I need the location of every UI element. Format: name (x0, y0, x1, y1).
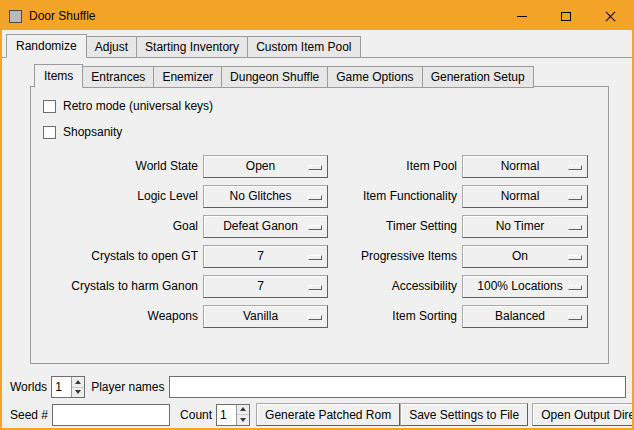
app-window: Door Shuffle Randomize Adjust Starting I… (0, 0, 634, 430)
item-sorting-dropdown[interactable]: Balanced (462, 305, 588, 328)
form-row: Crystals to harm Ganon 7 Accessibility 1… (31, 271, 608, 301)
menu-indicator-icon (308, 255, 322, 260)
world-state-label: World State (35, 159, 198, 173)
worlds-spinbox[interactable] (51, 376, 85, 398)
menu-indicator-icon (568, 285, 582, 290)
generate-patched-rom-button[interactable]: Generate Patched Rom (256, 403, 400, 426)
logic-level-dropdown[interactable]: No Glitches (203, 185, 328, 208)
timer-setting-dropdown[interactable]: No Timer (462, 215, 588, 238)
item-functionality-dropdown[interactable]: Normal (462, 185, 588, 208)
form-row: World State Open Item Pool Normal (31, 151, 608, 181)
inner-tab-bar: Items Entrances Enemizer Dungeon Shuffle… (2, 58, 632, 87)
settings-form: World State Open Item Pool Normal Logic … (31, 151, 608, 331)
worlds-spin-buttons (71, 377, 84, 397)
tab-items[interactable]: Items (34, 64, 83, 88)
app-icon (9, 10, 22, 23)
spinner-up-icon[interactable] (237, 405, 249, 416)
timer-setting-label: Timer Setting (333, 219, 457, 233)
menu-indicator-icon (568, 315, 582, 320)
dropdown-value: On (512, 249, 538, 263)
title-bar[interactable]: Door Shuffle (2, 2, 632, 30)
count-input[interactable] (217, 405, 236, 425)
spinner-up-icon[interactable] (72, 377, 84, 388)
menu-indicator-icon (568, 195, 582, 200)
menu-indicator-icon (308, 315, 322, 320)
open-output-directory-button[interactable]: Open Output Directory (532, 403, 634, 426)
worlds-input[interactable] (52, 377, 71, 397)
player-names-label: Player names (91, 380, 164, 394)
minimize-button[interactable] (500, 2, 544, 30)
worlds-label: Worlds (10, 380, 47, 394)
spinner-down-icon[interactable] (72, 388, 84, 398)
menu-indicator-icon (308, 165, 322, 170)
seed-input[interactable] (52, 404, 170, 426)
item-functionality-label: Item Functionality (333, 189, 457, 203)
dropdown-value: Normal (501, 159, 550, 173)
weapons-label: Weapons (35, 309, 198, 323)
shopsanity-row: Shopsanity (43, 125, 608, 139)
maximize-icon (561, 12, 571, 21)
form-row: Logic Level No Glitches Item Functionali… (31, 181, 608, 211)
tab-randomize[interactable]: Randomize (6, 34, 87, 58)
tab-game-options[interactable]: Game Options (327, 66, 422, 88)
retro-mode-checkbox[interactable] (43, 100, 56, 113)
crystals-ganon-dropdown[interactable]: 7 (203, 275, 328, 298)
dropdown-value: Open (246, 159, 285, 173)
form-row: Goal Defeat Ganon Timer Setting No Timer (31, 211, 608, 241)
seed-label: Seed # (10, 408, 48, 422)
item-pool-dropdown[interactable]: Normal (462, 155, 588, 178)
crystals-ganon-label: Crystals to harm Ganon (35, 279, 198, 293)
dropdown-value: No Glitches (229, 189, 301, 203)
crystals-gt-dropdown[interactable]: 7 (203, 245, 328, 268)
dropdown-value: 7 (257, 249, 274, 263)
window-controls (500, 2, 632, 30)
item-sorting-label: Item Sorting (333, 309, 457, 323)
accessibility-dropdown[interactable]: 100% Locations (462, 275, 588, 298)
menu-indicator-icon (308, 225, 322, 230)
tab-dungeon-shuffle[interactable]: Dungeon Shuffle (221, 66, 328, 88)
dropdown-value: Defeat Ganon (223, 219, 308, 233)
menu-indicator-icon (568, 165, 582, 170)
weapons-dropdown[interactable]: Vanilla (203, 305, 328, 328)
window-title: Door Shuffle (29, 9, 96, 23)
menu-indicator-icon (308, 195, 322, 200)
items-panel: Retro mode (universal keys) Shopsanity W… (30, 86, 609, 364)
retro-mode-label: Retro mode (universal keys) (63, 99, 213, 113)
world-state-dropdown[interactable]: Open (203, 155, 328, 178)
maximize-button[interactable] (544, 2, 588, 30)
tab-starting-inventory[interactable]: Starting Inventory (136, 36, 248, 58)
shopsanity-checkbox[interactable] (43, 126, 56, 139)
dropdown-value: 100% Locations (477, 279, 572, 293)
crystals-gt-label: Crystals to open GT (35, 249, 198, 263)
progressive-items-dropdown[interactable]: On (462, 245, 588, 268)
count-spin-buttons (236, 405, 249, 425)
form-row: Weapons Vanilla Item Sorting Balanced (31, 301, 608, 331)
tab-enemizer[interactable]: Enemizer (153, 66, 222, 88)
retro-mode-row: Retro mode (universal keys) (43, 99, 608, 113)
count-spinbox[interactable] (216, 404, 250, 426)
save-settings-button[interactable]: Save Settings to File (400, 403, 528, 426)
dropdown-value: Normal (501, 189, 550, 203)
tab-adjust[interactable]: Adjust (86, 36, 137, 58)
dropdown-value: Vanilla (243, 309, 288, 323)
spinner-down-icon[interactable] (237, 415, 249, 425)
goal-dropdown[interactable]: Defeat Ganon (203, 215, 328, 238)
menu-indicator-icon (568, 255, 582, 260)
menu-indicator-icon (308, 285, 322, 290)
accessibility-label: Accessibility (333, 279, 457, 293)
player-names-input[interactable] (169, 376, 627, 398)
outer-tab-bar: Randomize Adjust Starting Inventory Cust… (2, 30, 632, 58)
close-button[interactable] (588, 2, 632, 30)
tab-custom-item-pool[interactable]: Custom Item Pool (247, 36, 360, 58)
menu-indicator-icon (568, 225, 582, 230)
worlds-row: Worlds Player names (10, 376, 626, 398)
logic-level-label: Logic Level (35, 189, 198, 203)
shopsanity-label: Shopsanity (63, 125, 122, 139)
progressive-items-label: Progressive Items (333, 249, 457, 263)
tab-entrances[interactable]: Entrances (82, 66, 154, 88)
goal-label: Goal (35, 219, 198, 233)
item-pool-label: Item Pool (333, 159, 457, 173)
tab-generation-setup[interactable]: Generation Setup (422, 66, 534, 88)
close-icon (605, 11, 616, 22)
minimize-icon (517, 16, 527, 17)
